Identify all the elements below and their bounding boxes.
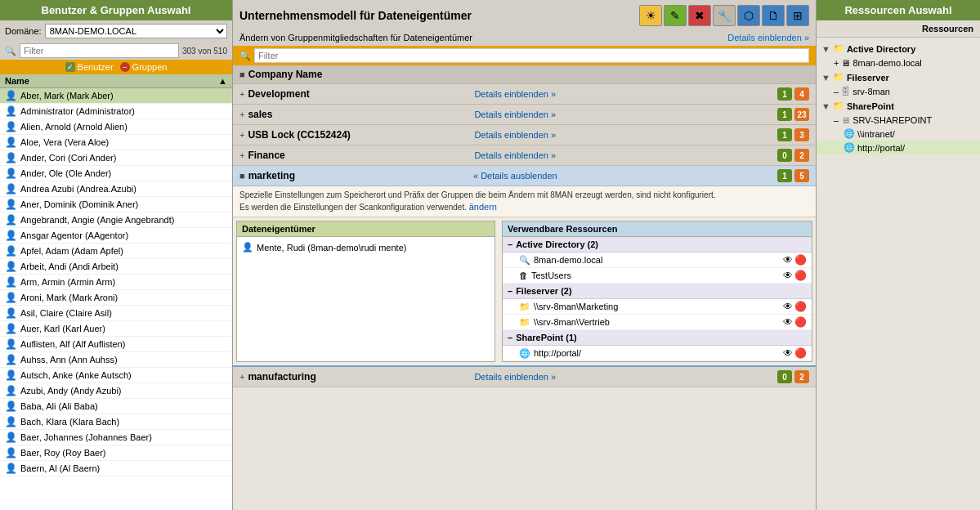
domain-icon: 🖥 — [841, 58, 850, 68]
owner-name: Mente, Rudi (8man-demo\rudi mente) — [257, 243, 406, 253]
list-item[interactable]: 👤Baern, Al (Al Baern) — [0, 461, 232, 476]
res-remove-icon[interactable]: 🔴 — [794, 254, 807, 266]
list-item[interactable]: 👤Apfel, Adam (Adam Apfel) — [0, 244, 232, 259]
list-item[interactable]: 👤Baer, Roy (Roy Baer) — [0, 445, 232, 461]
toolbar-delete-button[interactable]: ✖ — [688, 5, 711, 26]
list-item[interactable]: 👤Asil, Claire (Claire Asil) — [0, 306, 232, 321]
details-tag[interactable]: Details einblenden » — [474, 89, 556, 99]
res-icon: 📁 — [519, 317, 530, 328]
list-item[interactable]: 👤Bach, Klara (Klara Bach) — [0, 414, 232, 430]
group-row[interactable]: +DevelopmentDetails einblenden » 1 4 — [233, 84, 816, 105]
res-eye-icon[interactable]: 👁 — [783, 254, 793, 266]
tree-section-ad[interactable]: ▼ 📁 Active Directory — [817, 41, 980, 56]
toolbar-wrench-button[interactable]: 🔧 — [713, 5, 736, 26]
list-item[interactable]: 👤Azubi, Andy (Andy Azubi) — [0, 383, 232, 399]
resource-item[interactable]: 🌐http://portal/👁🔴 — [503, 346, 812, 361]
badge-orange: 2 — [794, 149, 809, 162]
details-tag[interactable]: Details einblenden » — [474, 372, 556, 382]
res-remove-icon[interactable]: 🔴 — [794, 316, 807, 328]
list-item[interactable]: 👤Administrator (Administrator) — [0, 104, 232, 119]
tree-node-8man-demo[interactable]: + 🖥 8man-demo.local — [817, 56, 980, 69]
group-row-company[interactable]: ■Company Name — [233, 65, 816, 84]
res-remove-icon[interactable]: 🔴 — [794, 270, 807, 281]
hide-details-link[interactable]: « Details ausblenden — [473, 171, 557, 181]
list-item[interactable]: 👤Alien, Arnold (Arnold Alien) — [0, 119, 232, 135]
list-item[interactable]: 👤Ander, Cori (Cori Ander) — [0, 150, 232, 166]
list-item[interactable]: 👤Ander, Ole (Ole Ander) — [0, 166, 232, 181]
list-item[interactable]: 👤Baba, Ali (Ali Baba) — [0, 399, 232, 414]
warning-text: Spezielle Einstellungen zum Speicherort … — [233, 186, 816, 217]
tree-node-portal[interactable]: 🌐 http://portal/ — [817, 141, 980, 154]
tree-node-srv-sharepoint[interactable]: – 🖥 SRV-SHAREPOINT — [817, 114, 980, 127]
list-item[interactable]: 👤Baer, Johannes (Johannes Baer) — [0, 430, 232, 445]
user-name: Arbeit, Andi (Andi Arbeit) — [20, 262, 119, 271]
user-name: Apfel, Adam (Adam Apfel) — [20, 246, 123, 256]
res-label: TestUsers — [531, 271, 571, 280]
list-item[interactable]: 👤Aber, Mark (Mark Aber) — [0, 88, 232, 104]
domain-select[interactable]: 8MAN-DEMO.LOCAL — [45, 24, 227, 38]
details-tag[interactable]: Details einblenden » — [474, 110, 556, 119]
list-item[interactable]: 👤Autsch, Anke (Anke Autsch) — [0, 368, 232, 383]
search-input[interactable] — [20, 43, 179, 58]
owners-box: Dateneigentümer 👤Mente, Rudi (8man-demo\… — [236, 221, 495, 362]
res-remove-icon[interactable]: 🔴 — [794, 301, 807, 312]
tree-node-srv8man[interactable]: – 🗄 srv-8man — [817, 85, 980, 98]
details-tag[interactable]: Details einblenden » — [474, 150, 556, 160]
list-item[interactable]: 👤Andrea Azubi (Andrea.Azubi) — [0, 181, 232, 197]
list-item[interactable]: 👤Aroni, Mark (Mark Aroni) — [0, 290, 232, 306]
user-icon: 👤 — [5, 338, 17, 350]
toolbar-sun-button[interactable]: ☀ — [639, 5, 662, 26]
res-eye-icon[interactable]: 👁 — [783, 301, 793, 312]
details-tag[interactable]: Details einblenden » — [474, 130, 556, 140]
owner-item[interactable]: 👤Mente, Rudi (8man-demo\rudi mente) — [242, 240, 490, 254]
tree-node-intranet[interactable]: 🌐 \\intranet/ — [817, 127, 980, 141]
res-eye-icon[interactable]: 👁 — [783, 316, 793, 328]
intranet-icon: 🌐 — [844, 128, 855, 139]
resource-section-header[interactable]: –Fileserver (2) — [503, 284, 812, 299]
res-eye-icon[interactable]: 👁 — [783, 270, 793, 281]
res-remove-icon[interactable]: 🔴 — [794, 347, 807, 359]
resource-section-header[interactable]: –SharePoint (1) — [503, 330, 812, 346]
toolbar-export2-button[interactable]: 🗋 — [762, 5, 785, 26]
list-item[interactable]: 👤Angebrandt, Angie (Angie Angebrandt) — [0, 212, 232, 228]
resource-item[interactable]: 📁\\srv-8man\Marketing👁🔴 — [503, 299, 812, 315]
search-row: 🔍 303 von 510 — [0, 42, 232, 60]
toolbar-grid-button[interactable]: ⊞ — [786, 5, 809, 26]
resource-item[interactable]: 🗑TestUsers👁🔴 — [503, 268, 812, 284]
expanded-group-marketing: ■ marketing « Details ausblenden 1 5 Spe… — [233, 166, 816, 367]
group-row[interactable]: +FinanceDetails einblenden » 0 2 — [233, 145, 816, 166]
group-row[interactable]: +salesDetails einblenden » 1 23 — [233, 105, 816, 125]
resource-section-header[interactable]: –Active Directory (2) — [503, 237, 812, 253]
list-item[interactable]: 👤Ansgar Agentor (AAgentor) — [0, 228, 232, 244]
list-item[interactable]: 👤Auhss, Ann (Ann Auhss) — [0, 352, 232, 368]
list-item[interactable]: 👤Aner, Dominik (Dominik Aner) — [0, 197, 232, 212]
expand-icon: + — [239, 130, 244, 140]
list-item[interactable]: 👤Auflisten, Alf (Alf Auflisten) — [0, 337, 232, 352]
right-panel-title: Ressourcen Auswahl — [817, 0, 980, 20]
owners-box-content: 👤Mente, Rudi (8man-demo\rudi mente) — [237, 237, 494, 257]
user-icon: 👤 — [5, 323, 17, 334]
resource-item[interactable]: 🔍8man-demo.local👁🔴 — [503, 253, 812, 268]
user-icon: 👤 — [5, 307, 17, 319]
details-link[interactable]: Details einblenden » — [727, 33, 809, 42]
badge-orange: 23 — [794, 108, 809, 121]
sort-icon[interactable]: ▲ — [218, 76, 227, 86]
resource-item[interactable]: 📁\\srv-8man\Vertrieb👁🔴 — [503, 315, 812, 330]
middle-filter-input[interactable] — [254, 48, 809, 63]
badge-green: 1 — [777, 108, 792, 121]
group-row[interactable]: +manufacturingDetails einblenden » 0 2 — [233, 367, 816, 387]
toolbar-edit-button[interactable]: ✎ — [664, 5, 687, 26]
res-eye-icon[interactable]: 👁 — [783, 347, 793, 359]
toolbar-export1-button[interactable]: ⬡ — [737, 5, 760, 26]
list-item[interactable]: 👤Arbeit, Andi (Andi Arbeit) — [0, 259, 232, 275]
tree-section-fs[interactable]: ▼ 📁 Fileserver — [817, 69, 980, 85]
tree-section-sp[interactable]: ▼ 📁 SharePoint — [817, 98, 980, 114]
tab-gruppen[interactable]: – Gruppen — [120, 62, 168, 72]
list-item[interactable]: 👤Arm, Armin (Armin Arm) — [0, 275, 232, 290]
list-item[interactable]: 👤Auer, Karl (Karl Auer) — [0, 321, 232, 337]
list-item[interactable]: 👤Aloe, Vera (Vera Aloe) — [0, 135, 232, 150]
group-row[interactable]: +USB Lock (CC152424)Details einblenden »… — [233, 125, 816, 145]
tab-benutzer[interactable]: ✓ Benutzer — [65, 62, 114, 72]
badge-container: 1 3 — [777, 128, 809, 141]
warning-link[interactable]: ändern — [469, 202, 497, 212]
